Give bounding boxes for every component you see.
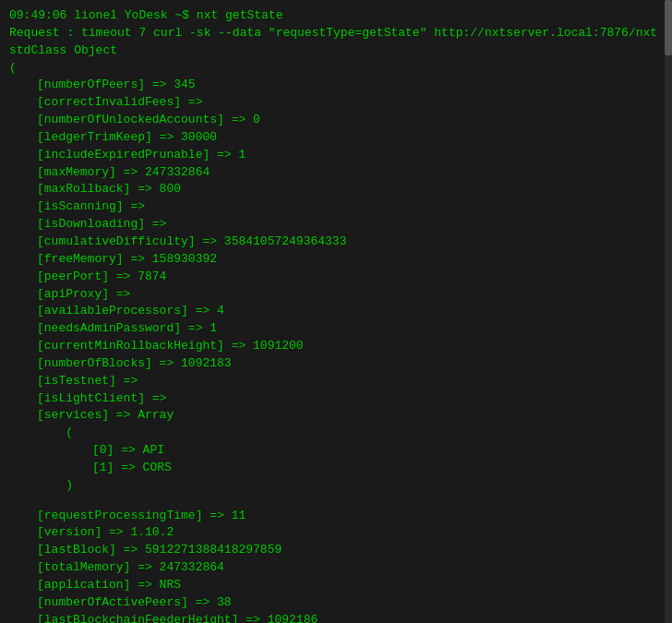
number-of-unlocked-accounts: [numberOfUnlockedAccounts] => 0 (37, 112, 663, 129)
current-min-rollback-height: [currentMinRollbackHeight] => 1091200 (37, 338, 663, 355)
is-scanning: [isScanning] => (37, 198, 663, 216)
request-line: Request : timeout 7 curl -sk --data "req… (9, 25, 663, 42)
include-expired-prunable: [includeExpiredPrunable] => 1 (37, 147, 663, 164)
services-label: [services] => Array (37, 407, 663, 425)
number-of-blocks: [numberOfBlocks] => 1092183 (37, 355, 663, 373)
peer-port: [peerPort] => 7874 (37, 269, 663, 286)
needs-admin-password: [needsAdminPassword] => 1 (37, 320, 663, 338)
max-memory: [maxMemory] => 247332864 (37, 164, 663, 182)
prompt-line: 09:49:06 lionel YoDesk ~$ nxt getState (9, 7, 663, 25)
ledger-trim-keep: [ledgerTrimKeep] => 30000 (37, 129, 663, 147)
total-memory: [totalMemory] => 247332864 (37, 559, 663, 577)
scrollbar-thumb[interactable] (665, 0, 672, 55)
services-0: [0] => API (92, 442, 663, 460)
last-block: [lastBlock] => 5912271388418297859 (37, 542, 663, 559)
api-proxy: [apiProxy] => (37, 286, 663, 304)
version: [version] => 1.10.2 (37, 524, 663, 542)
available-processors: [availableProcessors] => 4 (37, 303, 663, 320)
blank-line-1 (9, 495, 663, 508)
request-processing-time: [requestProcessingTime] => 11 (37, 508, 663, 525)
open-paren: ( (9, 60, 663, 78)
class-line: stdClass Object (9, 42, 663, 60)
is-testnet: [isTestnet] => (37, 373, 663, 390)
is-downloading: [isDownloading] => (37, 216, 663, 234)
max-rollback: [maxRollback] => 800 (37, 181, 663, 198)
services-1: [1] => CORS (92, 460, 663, 477)
scrollbar[interactable] (665, 0, 672, 623)
services-close: ) (37, 477, 663, 495)
is-light-client: [isLightClient] => (37, 390, 663, 408)
services-open: ( (37, 425, 663, 442)
correct-invalid-fees: [correctInvalidFees] => (37, 94, 663, 112)
number-of-peers: [numberOfPeers] => 345 (37, 77, 663, 94)
free-memory: [freeMemory] => 158930392 (37, 251, 663, 269)
number-of-active-peers: [numberOfActivePeers] => 38 (37, 594, 663, 612)
application: [application] => NRS (37, 577, 663, 594)
cumulative-difficulty: [cumulativeDifficulty] => 35841057249364… (37, 234, 663, 251)
last-blockchain-feeder-height: [lastBlockchainFeederHeight] => 1092186 (37, 612, 663, 623)
